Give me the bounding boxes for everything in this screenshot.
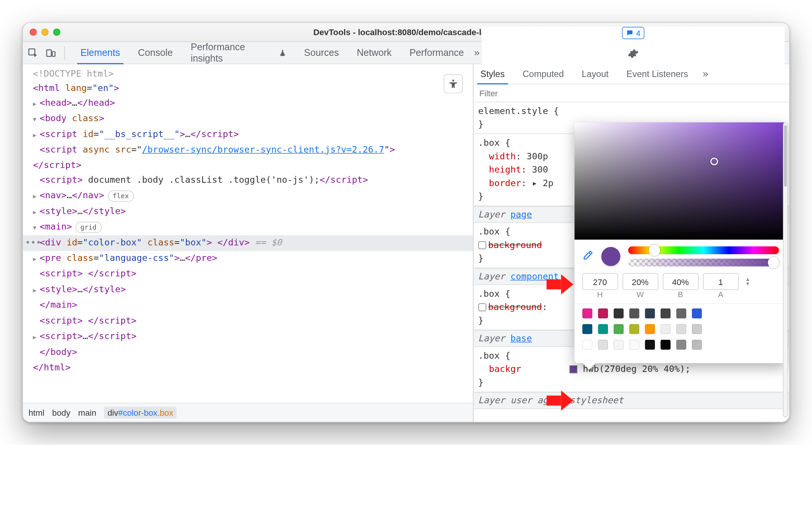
color-field-thumb-icon[interactable] xyxy=(710,157,718,165)
dom-line[interactable]: <script>…</script> xyxy=(23,329,473,345)
settings-gear-icon[interactable] xyxy=(628,48,639,59)
dom-line[interactable]: <script> </script> xyxy=(23,267,473,282)
swatch-item[interactable] xyxy=(660,308,670,319)
b-input[interactable] xyxy=(662,273,698,290)
more-styles-tabs-icon[interactable]: » xyxy=(702,68,708,80)
swatch-item[interactable] xyxy=(629,340,639,350)
styles-tab-event-listeners[interactable]: Event Listeners xyxy=(623,64,692,84)
crumb-selected[interactable]: div#color-box.box xyxy=(104,407,177,418)
dom-line[interactable]: <html lang="en"> xyxy=(23,81,473,96)
styles-tab-styles[interactable]: Styles xyxy=(477,64,508,84)
dom-tree[interactable]: <!DOCTYPE html> <html lang="en"> <head>…… xyxy=(23,64,473,403)
dom-line[interactable]: <script id="__bs_script__">…</script> xyxy=(23,127,473,142)
devtools-window: DevTools - localhost:8080/demo/cascade-l… xyxy=(22,22,790,422)
styles-filter-input[interactable] xyxy=(478,88,785,98)
hue-thumb-icon[interactable] xyxy=(649,245,660,256)
swatch-item[interactable] xyxy=(582,308,592,319)
dom-line[interactable]: <script async src="/browser-sync/browser… xyxy=(23,142,473,173)
hue-slider[interactable] xyxy=(628,247,779,254)
color-field[interactable] xyxy=(574,122,786,240)
dom-line[interactable]: <style>…</style> xyxy=(23,282,473,298)
annotation-arrow-icon xyxy=(546,390,573,410)
vertical-scrollbar[interactable] xyxy=(783,122,788,417)
dom-line[interactable]: </body> xyxy=(23,345,473,360)
swatch-item[interactable] xyxy=(645,308,655,319)
annotation-arrow-icon xyxy=(546,274,573,295)
swatch-item[interactable] xyxy=(645,340,655,350)
dom-line[interactable]: <body class> xyxy=(23,111,473,126)
swatch-item[interactable] xyxy=(613,324,624,334)
styles-tab-layout[interactable]: Layout xyxy=(578,64,612,84)
inspect-element-icon[interactable] xyxy=(28,47,39,59)
elements-panel: <!DOCTYPE html> <html lang="en"> <head>…… xyxy=(23,64,474,422)
a-input[interactable] xyxy=(703,273,739,290)
dom-line[interactable]: <nav>…</nav>flex xyxy=(23,188,473,204)
device-toggle-icon[interactable] xyxy=(45,47,57,59)
dom-line[interactable]: <pre class="language-css">…</pre> xyxy=(23,251,473,266)
w-input[interactable] xyxy=(622,273,658,290)
crumb[interactable]: body xyxy=(52,408,70,417)
swatch-item[interactable] xyxy=(598,340,608,350)
svg-rect-2 xyxy=(52,51,55,56)
swatch-item[interactable] xyxy=(582,340,592,350)
message-icon xyxy=(626,29,634,37)
tab-sources[interactable]: Sources xyxy=(296,42,347,64)
tab-elements[interactable]: Elements xyxy=(73,42,128,64)
color-picker-popover: ▲▼ H W B A xyxy=(574,122,786,363)
dom-line[interactable]: <!DOCTYPE html> xyxy=(23,66,473,81)
swatch-item[interactable] xyxy=(660,324,670,334)
swatch-item[interactable] xyxy=(582,324,592,334)
color-swatch-icon[interactable] xyxy=(570,365,577,373)
alpha-thumb-icon[interactable] xyxy=(767,257,779,268)
tab-network[interactable]: Network xyxy=(349,42,400,64)
console-messages-badge[interactable]: 4 xyxy=(622,26,644,39)
swatch-item[interactable] xyxy=(613,308,624,319)
current-color-chip-icon xyxy=(601,247,620,266)
swatch-item[interactable] xyxy=(598,308,608,319)
layer-header-ua[interactable]: Layer user agent stylesheet xyxy=(474,392,789,409)
dom-line[interactable]: <head>…</head> xyxy=(23,96,473,111)
gutter-dots-icon[interactable]: ••• xyxy=(25,235,42,250)
h-label: H xyxy=(582,290,618,299)
accessibility-tree-icon[interactable] xyxy=(443,74,462,93)
styles-tab-computed[interactable]: Computed xyxy=(519,64,567,84)
toggle-declaration-checkbox[interactable] xyxy=(478,303,486,311)
swatch-item[interactable] xyxy=(660,340,670,350)
tab-performance-insights[interactable]: Performance insights xyxy=(183,42,294,64)
dom-selected-element[interactable]: ••• <div id="color-box" class="box"> </d… xyxy=(23,235,473,251)
crumb[interactable]: html xyxy=(28,408,44,417)
dom-line[interactable]: <script> </script> xyxy=(23,313,473,329)
swatch-item[interactable] xyxy=(613,340,624,350)
tab-performance[interactable]: Performance xyxy=(402,42,472,64)
crumb[interactable]: main xyxy=(78,408,96,417)
toggle-declaration-checkbox[interactable] xyxy=(478,241,486,249)
alpha-slider[interactable] xyxy=(628,259,779,267)
eyedropper-icon[interactable] xyxy=(582,250,593,264)
h-input[interactable] xyxy=(582,273,618,290)
dom-breadcrumb: html body main div#color-box.box xyxy=(23,403,473,422)
scrollbar-thumb-icon[interactable] xyxy=(784,125,787,187)
styles-tabs: Styles Computed Layout Event Listeners » xyxy=(474,64,789,84)
swatch-item[interactable] xyxy=(598,324,608,334)
swatch-item[interactable] xyxy=(645,324,655,334)
swatch-item[interactable] xyxy=(629,324,639,334)
styles-filter-row xyxy=(474,84,789,102)
color-mode-toggle-icon[interactable]: ▲▼ xyxy=(745,277,750,286)
dom-line[interactable]: <script> document .body .classList .togg… xyxy=(23,173,473,188)
swatch-item[interactable] xyxy=(692,308,702,319)
more-tabs-icon[interactable]: » xyxy=(474,47,480,59)
dom-line[interactable]: <style>…</style> xyxy=(23,204,473,219)
a-label: A xyxy=(703,290,739,299)
svg-point-6 xyxy=(452,80,454,82)
dom-line[interactable]: <main>grid xyxy=(23,220,473,235)
svg-rect-1 xyxy=(47,49,51,56)
dom-line[interactable]: </main> xyxy=(23,298,473,313)
swatch-item[interactable] xyxy=(692,340,702,350)
swatch-item[interactable] xyxy=(676,340,686,350)
tab-console[interactable]: Console xyxy=(130,42,181,64)
swatch-item[interactable] xyxy=(676,308,686,319)
swatch-item[interactable] xyxy=(692,324,702,334)
swatch-item[interactable] xyxy=(676,324,686,334)
swatch-item[interactable] xyxy=(629,308,639,319)
dom-line[interactable]: </html> xyxy=(23,360,473,375)
